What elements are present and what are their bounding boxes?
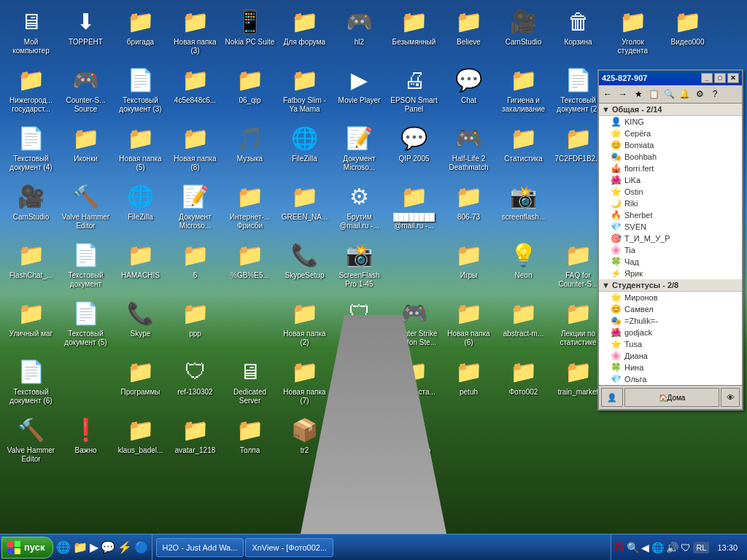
- ql-ie-icon[interactable]: 🌐: [56, 540, 71, 554]
- contact-SVEN[interactable]: 💎 SVEN: [599, 221, 742, 233]
- desktop-icon-doc-microso-2[interactable]: 📝Документ Microso...: [168, 179, 222, 237]
- desktop-icon-text-doc-3[interactable]: 📄Текстовый документ (3): [113, 62, 168, 120]
- desktop-icon-torrent[interactable]: ⬇ТОРРЕНТ: [58, 4, 113, 62]
- tray-network-icon[interactable]: 🌐: [651, 542, 664, 553]
- desktop-icon-chat[interactable]: 💬Chat: [441, 62, 496, 120]
- desktop-icon-brutim[interactable]: ⚙Брутим @mail.ru -...: [332, 179, 387, 237]
- desktop-icon-klaus-badel[interactable]: 📁klaus_badel...: [113, 412, 168, 470]
- desktop-icon-six[interactable]: 📁6: [168, 237, 222, 295]
- desktop-icon-nizhny[interactable]: 📁Нижегород... государст...: [4, 62, 58, 120]
- desktop-icon-text-doc-4[interactable]: 📄Текстовый документ (4): [4, 120, 58, 179]
- close-button[interactable]: ✕: [727, 73, 739, 83]
- taskbar-item-xnview---[фото002...[interactable]: XnView - [Фото002...: [245, 538, 333, 557]
- desktop-icon-screenflash-pro[interactable]: 📸ScreenFlash Pro 1-45: [332, 237, 387, 295]
- desktop-icon-green-na[interactable]: 📁GREEN_NA...: [277, 179, 332, 237]
- desktop-icon-avatar-1218[interactable]: 📁avatar_1218: [168, 412, 222, 470]
- contact-Ольга[interactable]: 💎 Ольга: [599, 373, 742, 385]
- contact-LiKa[interactable]: 🌺 LiKa: [599, 174, 742, 186]
- desktop-icon-text-doc-6[interactable]: 📄Текстовый документ (6): [4, 354, 58, 412]
- toolbar-btn-5[interactable]: 🔍: [662, 87, 676, 101]
- desktop-icon-doc-microso-1[interactable]: 📝Документ Microso...: [332, 120, 387, 179]
- contact-Ярик[interactable]: ⚡ Ярик: [599, 268, 742, 279]
- language-indicator[interactable]: RL: [693, 542, 709, 553]
- contact-Т_И_М_У_Р[interactable]: 🎯 Т_И_М_У_Р: [599, 233, 742, 244]
- desktop-icon-tr2[interactable]: 📦tr2: [277, 412, 332, 470]
- minimize-button[interactable]: _: [701, 73, 713, 83]
- desktop-icon-ppp[interactable]: 📁ppp: [168, 295, 222, 354]
- desktop-icon-valve-hammer-2[interactable]: 🔨Valve Hammer Editor: [4, 412, 58, 470]
- desktop-icon-nokia-pc-suite[interactable]: 📱Nokia PC Suite: [222, 4, 277, 62]
- contact-Tia[interactable]: 🌸 Tia: [599, 244, 742, 256]
- desktop-icon-new-folder-5[interactable]: 📁Новая папка (5): [113, 120, 168, 179]
- desktop-icon-806-73[interactable]: 📁806-73: [441, 179, 496, 237]
- desktop-icon-text-doc-plain[interactable]: 📄Текстовый документ: [58, 237, 113, 295]
- desktop-icon-vazhno[interactable]: ❗Важно: [58, 412, 113, 470]
- desktop-icon-new-folder-2[interactable]: 📁Новая папка (2): [277, 295, 332, 354]
- desktop-icon-percent-gb[interactable]: 📁%GB%E5...: [222, 237, 277, 295]
- desktop-icon-hamachis[interactable]: 📁HAMACHIS: [113, 237, 168, 295]
- contact-Ostin[interactable]: ⭐ Ostin: [599, 186, 742, 198]
- desktop-icon-ulichny[interactable]: 📁Уличный маг: [4, 295, 58, 354]
- ql-folder-icon[interactable]: 📁: [73, 540, 88, 554]
- contact-Tusa[interactable]: ⭐ Tusa: [599, 338, 742, 350]
- desktop-icon-ekonomsta[interactable]: 📁Экономста...: [387, 354, 441, 412]
- desktop-icon-mail-icons[interactable]: 📁████████ @mail.ru -...: [387, 179, 441, 237]
- desktop-icon-new-folder-7[interactable]: 📁Новая папка (7): [277, 354, 332, 412]
- desktop-icon-hygiene[interactable]: 📁Гигиена и закаливание: [496, 62, 551, 120]
- desktop-icon-movie-player[interactable]: ▶Movie Player: [332, 62, 387, 120]
- desktop-icon-skype-setup[interactable]: 📞SkypeSetup: [277, 237, 332, 295]
- add-contact-button[interactable]: 👤: [601, 388, 623, 407]
- ql-extra2-icon[interactable]: 🔵: [134, 540, 149, 554]
- desktop-icon-recycle[interactable]: 🗑Корзина: [551, 4, 605, 62]
- contact-Bomiata[interactable]: 😊 Bomiata: [599, 139, 742, 151]
- desktop-icon-flashchat[interactable]: 📁FlashChat_...: [4, 237, 58, 295]
- desktop-icon-valve-hammer-1[interactable]: 🔨Valve Hammer Editor: [58, 179, 113, 237]
- toolbar-btn-8[interactable]: ?: [708, 87, 722, 101]
- desktop-icon-programs[interactable]: 📁Программы: [113, 354, 168, 412]
- desktop-icon-music[interactable]: 🎵Музыка: [222, 120, 277, 179]
- desktop-icon-statistika[interactable]: 📁Статистика: [496, 120, 551, 179]
- desktop-icon-unnamed[interactable]: 📁Безымянный: [387, 4, 441, 62]
- tray-volume-icon[interactable]: 🔊: [666, 542, 678, 553]
- desktop-icon-counter-source[interactable]: 🎮Counter-S... Source: [58, 62, 113, 120]
- desktop-icon-screenflash[interactable]: 📸screenflash...: [496, 179, 551, 237]
- desktop-icon-new-folder-3[interactable]: 📁Новая папка (3): [168, 4, 222, 62]
- desktop-icon-skype[interactable]: 📞Skype: [113, 295, 168, 354]
- contact-florri.fert[interactable]: 🎪 florri.fert: [599, 163, 742, 174]
- desktop-icon-qip-2005[interactable]: 💬QIP 2005: [387, 120, 441, 179]
- tray-nero-icon[interactable]: N: [615, 540, 624, 555]
- desktop-icon-tolpa[interactable]: 📁Толпа: [222, 412, 277, 470]
- maximize-button[interactable]: □: [714, 73, 726, 83]
- contact-Самвел[interactable]: 😊 Самвел: [599, 303, 742, 315]
- desktop-icon-abstract-m[interactable]: 📁abstract-m...: [496, 295, 551, 354]
- ql-media-icon[interactable]: ▶: [90, 540, 98, 554]
- desktop-icon-hl2[interactable]: 🎮hl2: [332, 4, 387, 62]
- desktop-icon-camstudio-2[interactable]: 🎥CamStudio: [4, 179, 58, 237]
- desktop-icon-epson[interactable]: 🖨EPSON Smart Panel: [387, 62, 441, 120]
- tray-arrow-icon[interactable]: ◀: [641, 542, 649, 553]
- contact-godjack[interactable]: 🌺 godjack: [599, 327, 742, 338]
- contact-Нина[interactable]: 🍀 Нина: [599, 362, 742, 373]
- toolbar-btn-3[interactable]: ★: [631, 87, 646, 101]
- desktop-icon-text-doc-5[interactable]: 📄Текстовый документ (5): [58, 295, 113, 354]
- desktop-icon-believe[interactable]: 📁Believe: [441, 4, 496, 62]
- desktop-icon-internet-frisbee[interactable]: 📁Интернет-... Фрисби: [222, 179, 277, 237]
- desktop-icon-new-folder-8[interactable]: 📁Новая папка (8): [168, 120, 222, 179]
- ql-chat-icon[interactable]: 💬: [101, 540, 115, 554]
- contact-Диана[interactable]: 🌸 Диана: [599, 350, 742, 362]
- desktop-icon-windows-vi[interactable]: 💿windows-vi...: [332, 354, 387, 412]
- toolbar-btn-6[interactable]: 🔔: [677, 87, 692, 101]
- desktop-icon-fatboy[interactable]: 📁Fatboy Slim - Ya Mama: [277, 62, 332, 120]
- desktop-icon-games[interactable]: 📁Игры: [441, 237, 496, 295]
- start-button[interactable]: пуск: [1, 537, 53, 559]
- contact-Boohbah[interactable]: 🎭 Boohbah: [599, 151, 742, 163]
- desktop-icon-foto002[interactable]: 📁Фото002: [496, 354, 551, 412]
- desktop-icon-my-computer[interactable]: 🖥Мой компьютер: [4, 4, 58, 62]
- desktop-icon-camstudio-3[interactable]: 📁camstudio: [387, 412, 441, 470]
- desktop-icon-half-life-2[interactable]: 🎮Half-Life 2 Deathmatch: [441, 120, 496, 179]
- contact-group-general[interactable]: ▼ Общая - 2/14: [599, 104, 742, 116]
- ql-extra1-icon[interactable]: ⚡: [117, 540, 132, 554]
- contact-Riki[interactable]: 🌙 Riki: [599, 198, 742, 209]
- desktop-icon-ref-13030[interactable]: 🛡ref-13030: [332, 295, 387, 354]
- desktop-icon-new-folder-6[interactable]: 📁Новая папка (6): [441, 295, 496, 354]
